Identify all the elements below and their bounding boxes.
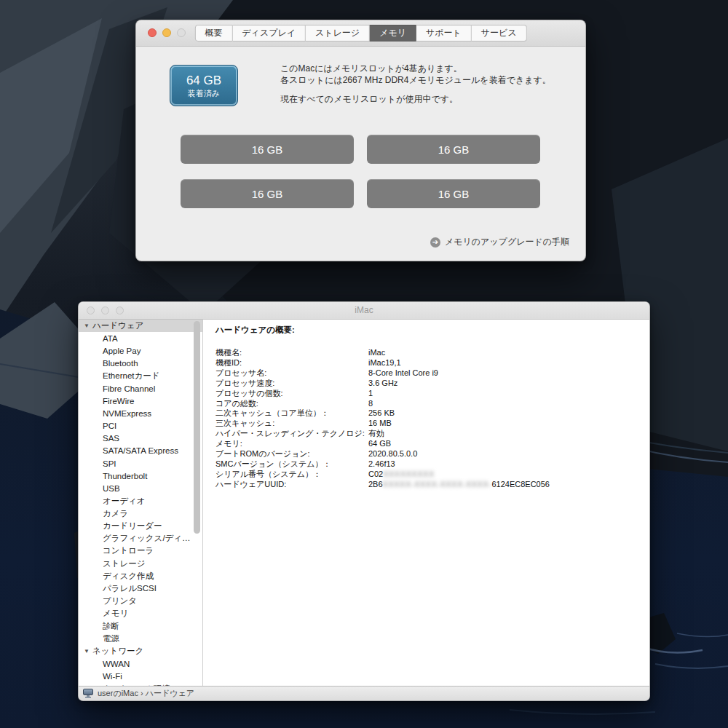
sidebar-item-FireWire[interactable]: FireWire [79, 395, 202, 407]
sidebar-item-Fibre Channel[interactable]: Fibre Channel [79, 382, 202, 395]
sidebar-item-WWAN[interactable]: WWAN [79, 657, 202, 670]
disclosure-triangle-icon[interactable]: ▼ [84, 648, 90, 654]
memory-slot-2: 16 GB [367, 135, 540, 164]
sysinfo-body: ▼ハードウェアATAApple PayBluetoothEthernetカードF… [79, 320, 649, 686]
sidebar-item-ディスク作成[interactable]: ディスク作成 [79, 570, 202, 582]
hardware-info-row: プロセッサ速度:3.6 GHz [215, 379, 644, 389]
sidebar-item-SATA/SATA Express[interactable]: SATA/SATA Express [79, 445, 202, 457]
sidebar-item-パラレルSCSI[interactable]: パラレルSCSI [79, 582, 202, 595]
memory-info-text: このMacにはメモリスロットが4基あります。 各スロットには2667 MHz D… [280, 63, 571, 105]
tab-6[interactable]: サービス [472, 25, 527, 41]
hardware-info-value: iMac19,1 [368, 358, 401, 368]
sidebar-item-Wi-Fi[interactable]: Wi-Fi [79, 670, 202, 682]
sidebar-item-メモリ[interactable]: メモリ [79, 607, 202, 620]
tab-5[interactable]: サポート [416, 25, 472, 41]
about-titlebar: 概要ディスプレイストレージメモリサポートサービス [136, 20, 585, 47]
hardware-info-label: ブートROMのバージョン: [215, 449, 368, 459]
hardware-info-label: コアの総数: [215, 399, 368, 409]
sidebar-item-コントローラ[interactable]: コントローラ [79, 545, 202, 557]
minimize-button[interactable] [162, 28, 171, 37]
hardware-info-label: メモリ: [215, 439, 368, 449]
hardware-info-label: 機種名: [215, 348, 368, 358]
sidebar-group-ネットワーク[interactable]: ▼ネットワーク [79, 645, 202, 657]
sidebar-item-Ethernetカード[interactable]: Ethernetカード [79, 370, 202, 382]
memory-info-line-3: 現在すべてのメモリスロットが使用中です。 [280, 93, 571, 105]
hardware-info-label: プロセッサ速度: [215, 379, 368, 389]
hardware-info-value: 64 GB [368, 439, 391, 449]
sidebar-item-ストレージ[interactable]: ストレージ [79, 558, 202, 570]
sidebar-item-SPI[interactable]: SPI [79, 457, 202, 470]
sidebar-item-ATA[interactable]: ATA [79, 332, 202, 344]
hardware-info-label: SMCバージョン（システム）： [215, 459, 368, 470]
sidebar-item-USB[interactable]: USB [79, 482, 202, 494]
tab-3[interactable]: ストレージ [306, 25, 370, 41]
sysinfo-sidebar: ▼ハードウェアATAApple PayBluetoothEthernetカードF… [79, 320, 203, 686]
memory-slot-3: 16 GB [181, 179, 354, 208]
sidebar-item-Thunderbolt[interactable]: Thunderbolt [79, 470, 202, 482]
hardware-info-row: ハードウェアUUID:2B6XXXXX-XXXX-XXXX-XXXX-6124E… [215, 480, 644, 490]
hardware-info-row: 二次キャッシュ（コア単位）：256 KB [215, 408, 644, 419]
sidebar-item-カメラ[interactable]: カメラ [79, 507, 202, 520]
hardware-info-row: プロセッサの個数:1 [215, 389, 644, 399]
hardware-overview-pane: ハードウェアの概要: 機種名:iMac機種ID:iMac19,1プロセッサ名:8… [203, 320, 649, 686]
arrow-circle-icon: ➔ [430, 237, 440, 248]
hardware-info-row: メモリ:64 GB [215, 439, 644, 449]
disclosure-triangle-icon[interactable]: ▼ [84, 323, 90, 329]
tab-4[interactable]: メモリ [370, 25, 416, 41]
hardware-info-value: 1 [368, 389, 373, 399]
sidebar-item-Bluetooth[interactable]: Bluetooth [79, 357, 202, 370]
tab-1[interactable]: 概要 [194, 25, 232, 41]
tab-2[interactable]: ディスプレイ [232, 25, 306, 41]
sidebar-item-グラフィックス/ディ…[interactable]: グラフィックス/ディ… [79, 532, 202, 545]
sidebar-item-ネットワーク環境[interactable]: ネットワーク環境 [79, 682, 202, 686]
memory-slot-1: 16 GB [181, 135, 354, 164]
window-title: iMac [79, 305, 649, 315]
close-button[interactable] [148, 28, 157, 37]
desktop: 概要ディスプレイストレージメモリサポートサービス 64 GB 装着済み このMa… [0, 0, 728, 728]
memory-upgrade-link[interactable]: ➔ メモリのアップグレードの手順 [430, 236, 569, 248]
sidebar-group-label: ネットワーク [92, 646, 143, 657]
sidebar-item-電源[interactable]: 電源 [79, 633, 202, 645]
sidebar-item-診断[interactable]: 診断 [79, 620, 202, 633]
sidebar-item-NVMExpress[interactable]: NVMExpress [79, 407, 202, 419]
imac-icon [83, 689, 93, 698]
hardware-info-value: 16 MB [368, 419, 392, 429]
sidebar-scrollbar[interactable] [194, 321, 200, 534]
hardware-info-label: シリアル番号（システム）： [215, 470, 368, 480]
hardware-info-value: 256 KB [368, 408, 395, 419]
memory-total-status: 装着済み [188, 88, 220, 98]
hardware-info-value: 2020.80.5.0.0 [368, 449, 417, 459]
hardware-info-row: シリアル番号（システム）：C02XXXXXXXXX [215, 470, 644, 480]
sidebar-item-カードリーダー[interactable]: カードリーダー [79, 520, 202, 532]
sysinfo-titlebar: iMac [79, 302, 649, 320]
system-information-window: iMac ▼ハードウェアATAApple PayBluetoothEtherne… [78, 301, 650, 701]
memory-upgrade-link-label: メモリのアップグレードの手順 [445, 236, 569, 248]
hardware-overview-rows: 機種名:iMac機種ID:iMac19,1プロセッサ名:8-Core Intel… [215, 348, 644, 490]
hardware-overview-header: ハードウェアの概要: [215, 325, 295, 336]
about-this-mac-window: 概要ディスプレイストレージメモリサポートサービス 64 GB 装着済み このMa… [135, 20, 586, 261]
hardware-info-value: 2B6XXXXX-XXXX-XXXX-XXXX-6124EC8EC056 [368, 480, 550, 490]
hardware-info-row: 機種ID:iMac19,1 [215, 358, 644, 368]
hardware-info-value: 8-Core Intel Core i9 [368, 368, 438, 379]
sidebar-group-label: ハードウェア [92, 320, 143, 331]
sidebar-item-PCI[interactable]: PCI [79, 420, 202, 432]
hardware-info-value: 有効 [368, 429, 384, 439]
hardware-info-label: プロセッサ名: [215, 368, 368, 379]
sidebar-item-SAS[interactable]: SAS [79, 432, 202, 445]
sidebar-item-オーディオ[interactable]: オーディオ [79, 495, 202, 507]
hardware-info-value: 2.46f13 [368, 459, 395, 470]
hardware-info-value: iMac [368, 348, 385, 358]
sidebar-item-Apple Pay[interactable]: Apple Pay [79, 344, 202, 357]
hardware-info-label: ハイパー・スレッディング・テクノロジ: [215, 429, 368, 439]
memory-info-line-2: 各スロットには2667 MHz DDR4メモリモジュールを装着できます。 [280, 74, 571, 86]
memory-total-badge: 64 GB 装着済み [170, 65, 238, 106]
redacted-text: XXXXX-XXXX-XXXX-XXXX- [383, 480, 492, 488]
zoom-button-disabled [177, 28, 186, 37]
memory-slot-grid: 16 GB16 GB16 GB16 GB [181, 135, 540, 208]
hardware-info-value: C02XXXXXXXXX [368, 470, 435, 480]
hardware-info-label: ハードウェアUUID: [215, 480, 368, 490]
hardware-info-row: 機種名:iMac [215, 348, 644, 358]
hardware-info-label: プロセッサの個数: [215, 389, 368, 399]
sidebar-item-プリンタ[interactable]: プリンタ [79, 595, 202, 607]
sidebar-group-ハードウェア[interactable]: ▼ハードウェア [79, 320, 202, 332]
